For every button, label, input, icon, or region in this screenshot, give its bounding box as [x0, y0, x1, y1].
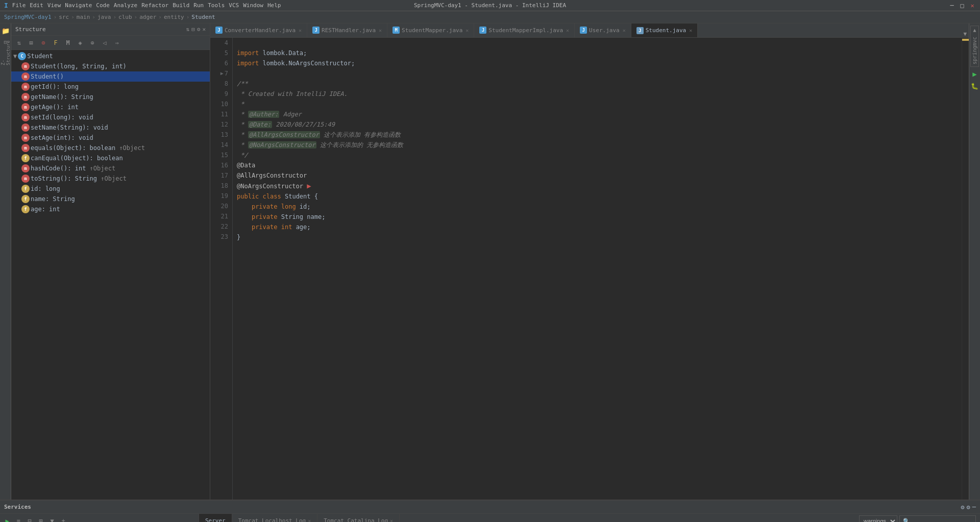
tree-item-hashcode[interactable]: m hashCode(): int ↑Object: [11, 163, 210, 173]
services-close-btn[interactable]: ─: [972, 504, 976, 511]
menu-navigate[interactable]: Navigate: [65, 2, 92, 9]
breadcrumb-java[interactable]: java: [97, 14, 111, 20]
structure-side-icon[interactable]: Z-Structure: [1, 48, 11, 58]
menu-help[interactable]: Help: [267, 2, 281, 9]
menu-file[interactable]: File: [12, 2, 26, 9]
narrow-btn[interactable]: ◁: [99, 37, 110, 48]
breadcrumb-project[interactable]: SpringMVC-day1: [4, 14, 52, 20]
close-button[interactable]: ✕: [969, 2, 976, 9]
warnings-dropdown[interactable]: warnings: [859, 515, 897, 523]
tree-root-label: Student: [27, 53, 53, 60]
tree-item-setname[interactable]: m setName(String): void: [11, 122, 210, 133]
breadcrumb-src[interactable]: src: [59, 14, 69, 20]
services-gear-btn[interactable]: ⚙: [967, 504, 970, 511]
editor-right-gutter: [962, 38, 969, 500]
services-sort-btn[interactable]: ≡: [13, 516, 23, 523]
sort-alpha-btn[interactable]: ⇅: [13, 37, 24, 48]
menu-vcs[interactable]: VCS: [229, 2, 239, 9]
log-tab-localhost[interactable]: Tomcat Localhost Log ✕: [232, 514, 317, 522]
menu-tools[interactable]: Tools: [208, 2, 225, 9]
tree-item-canequal[interactable]: f canEqual(Object): boolean: [11, 153, 210, 163]
menu-analyze[interactable]: Analyze: [114, 2, 137, 9]
tab-user[interactable]: J User.java ✕: [575, 23, 631, 37]
method-icon: m: [21, 62, 30, 70]
tree-item-setid[interactable]: m setId(long): void: [11, 112, 210, 122]
debug-btn[interactable]: 🐛: [971, 81, 978, 91]
services-toolbar: ▶ ≡ ⊟ ⊞ ▼ +: [0, 514, 199, 522]
services-settings-btn[interactable]: ⚙: [961, 504, 964, 511]
tab-studentmapperimpl[interactable]: J StudentMapperImpl.java ✕: [474, 23, 575, 37]
show-inherited-btn[interactable]: ⊙: [38, 37, 49, 48]
show-fields-btn[interactable]: F: [50, 37, 61, 48]
log-tab-catalina[interactable]: Tomcat Catalina Log ✕: [317, 514, 400, 522]
show-inner-btn[interactable]: ◈: [75, 37, 86, 48]
structure-settings-btn[interactable]: ⚙: [197, 26, 201, 33]
tree-item-label: setName(String): void: [31, 124, 108, 131]
breadcrumb-student[interactable]: Student: [191, 14, 215, 20]
tab-close-btn[interactable]: ✕: [308, 518, 311, 522]
menu-run[interactable]: Run: [193, 2, 204, 9]
tree-item-getage[interactable]: m getAge(): int: [11, 102, 210, 112]
tree-item-getid[interactable]: m getId(): long: [11, 82, 210, 92]
breadcrumb-main[interactable]: main: [77, 14, 90, 20]
run-btn[interactable]: ▶: [972, 69, 976, 79]
breadcrumb-entity[interactable]: entity: [164, 14, 184, 20]
auto-scroll-btn[interactable]: ⇒: [111, 37, 122, 48]
tree-item-setage[interactable]: m setAge(int): void: [11, 133, 210, 143]
log-search-input[interactable]: [899, 515, 976, 523]
tree-item-constructor2[interactable]: m Student(): [11, 71, 210, 82]
tab-resthandler[interactable]: J RESTHandler.java ✕: [307, 23, 387, 37]
structure-close-btn[interactable]: ✕: [202, 26, 206, 33]
tab-converterhandler[interactable]: J ConverterHandler.java ✕: [210, 23, 307, 37]
open-files-btn[interactable]: ▼: [963, 31, 967, 37]
tree-item-field-age[interactable]: f age: int: [11, 204, 210, 214]
maximize-button[interactable]: □: [959, 2, 966, 9]
tab-studentmapper[interactable]: M StudentMapper.java ✕: [387, 23, 474, 37]
tree-item-field-id[interactable]: f id: long: [11, 184, 210, 194]
menu-build[interactable]: Build: [173, 2, 189, 9]
services-expand-btn[interactable]: ⊞: [36, 516, 46, 523]
right-sidebar: springmvc ▼ ▶ 🐛: [969, 23, 980, 500]
tree-item-tostring[interactable]: m toString(): String ↑Object: [11, 173, 210, 184]
menu-refactor[interactable]: Refactor: [141, 2, 168, 9]
code-content[interactable]: import lombok.Data; import lombok.NoArgs…: [233, 38, 962, 500]
log-tab-server[interactable]: Server: [199, 514, 232, 522]
services-collapse-btn[interactable]: ⊟: [24, 516, 35, 523]
tab-close-btn[interactable]: ✕: [623, 28, 626, 33]
tab-close-btn[interactable]: ✕: [465, 28, 469, 33]
tree-item-label: getId(): long: [31, 83, 79, 90]
tab-student[interactable]: J Student.java ✕: [631, 23, 698, 37]
tab-close-btn[interactable]: ✕: [299, 28, 302, 33]
left-sidebar-icons: 📁 ⊟ Z-Structure: [0, 23, 11, 500]
menu-code[interactable]: Code: [96, 2, 110, 9]
menu-edit[interactable]: Edit: [30, 2, 43, 9]
code-editor[interactable]: 4 5 6 ▶7 8 9 10 11 12 13 14 15 1: [210, 38, 969, 500]
run-service-btn[interactable]: ▶: [2, 516, 12, 523]
structure-sort-btn[interactable]: ⇅: [186, 26, 190, 33]
breadcrumb-adger[interactable]: adger: [139, 14, 156, 20]
tree-root-student[interactable]: ▼ C Student: [11, 51, 210, 61]
tab-close-btn[interactable]: ✕: [566, 28, 569, 33]
log-area: Server Tomcat Localhost Log ✕ Tomcat Cat…: [199, 514, 980, 522]
project-icon[interactable]: 📁: [1, 26, 11, 36]
tab-close-btn[interactable]: ✕: [379, 28, 382, 33]
breadcrumb-club[interactable]: club: [118, 14, 132, 20]
tree-item-label: setId(long): void: [31, 114, 93, 121]
menu-window[interactable]: Window: [243, 2, 263, 9]
sort-type-btn[interactable]: ⊞: [26, 37, 37, 48]
tree-item-equals[interactable]: m equals(Object): boolean ↑Object: [11, 143, 210, 153]
tree-item-getname[interactable]: m getName(): String: [11, 92, 210, 102]
structure-group-btn[interactable]: ⊟: [191, 26, 195, 33]
services-filter-btn[interactable]: ▼: [47, 516, 57, 523]
show-methods-btn[interactable]: M: [62, 37, 74, 48]
services-add-btn[interactable]: +: [58, 516, 68, 523]
tab-close-btn[interactable]: ✕: [390, 518, 393, 522]
tab-close-btn[interactable]: ✕: [689, 28, 692, 33]
tree-item-constructor1[interactable]: m Student(long, String, int): [11, 61, 210, 71]
menu-view[interactable]: View: [47, 2, 61, 9]
tree-item-label: toString(): String ↑Object: [31, 175, 127, 182]
minimize-button[interactable]: ─: [948, 2, 955, 9]
expand-all-btn[interactable]: ⊕: [87, 37, 98, 48]
tree-item-field-name[interactable]: f name: String: [11, 194, 210, 204]
right-panel-label[interactable]: springmvc ▼: [970, 26, 979, 67]
